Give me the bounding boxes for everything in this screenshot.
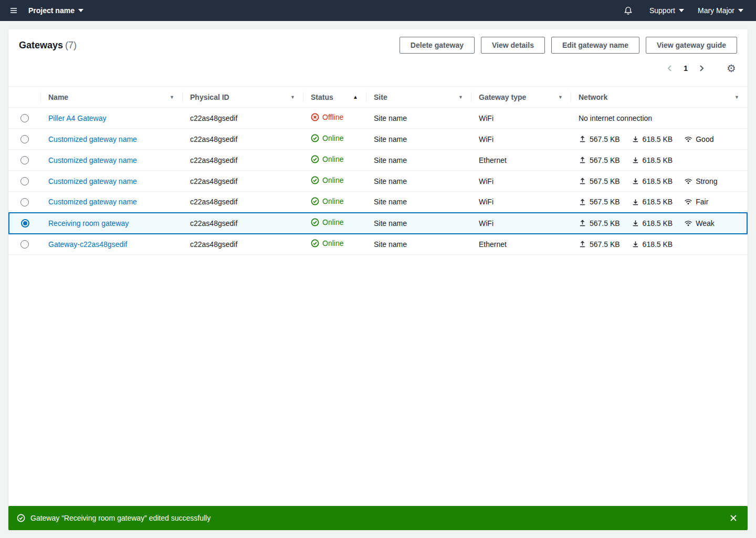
download-stat: 618.5 KB — [632, 177, 673, 185]
download-icon — [632, 177, 639, 185]
flash-close-icon[interactable] — [728, 512, 739, 524]
settings-gear-icon[interactable]: ⚙ — [726, 62, 737, 75]
table-row[interactable]: Customized gateway namec22as48gsedifOnli… — [9, 150, 747, 171]
column-label-status: Status — [311, 93, 333, 101]
sort-filter-icon[interactable]: ▼ — [734, 95, 739, 100]
gateway-name-link[interactable]: Customized gateway name — [48, 177, 137, 185]
network-cell: 567.5 KB618.5 KBStrong — [579, 177, 739, 185]
column-header-site[interactable]: Site▼ — [366, 87, 471, 108]
column-header-gateway-type[interactable]: Gateway type▼ — [471, 87, 571, 108]
page-title-text: Gateways — [19, 40, 63, 50]
sort-ascending-icon[interactable]: ▲ — [353, 94, 358, 100]
sort-filter-icon[interactable]: ▼ — [558, 95, 563, 100]
wifi-signal: Good — [684, 135, 713, 143]
menu-icon[interactable] — [6, 3, 21, 18]
support-label: Support — [649, 6, 675, 15]
column-header-physical-id[interactable]: Physical ID▼ — [182, 87, 303, 108]
gateway-type-cell: WiFi — [471, 213, 571, 234]
download-icon — [632, 219, 639, 227]
user-name-label: Mary Major — [698, 6, 734, 15]
gateway-name-link[interactable]: Gateway-c22as48gsedif — [48, 240, 127, 249]
download-stat: 618.5 KB — [632, 135, 673, 143]
user-menu[interactable]: Mary Major — [698, 6, 743, 15]
upload-stat: 567.5 KB — [579, 156, 620, 164]
caret-down-icon — [78, 9, 83, 12]
row-select-radio[interactable] — [20, 135, 29, 143]
view-details-button[interactable]: View details — [481, 37, 545, 54]
physical-id-cell: c22as48gsedif — [182, 129, 303, 150]
wifi-signal-label: Strong — [696, 177, 717, 185]
row-select-radio[interactable] — [20, 198, 29, 206]
column-header-network[interactable]: Network▼ — [571, 87, 747, 108]
status-online-icon — [311, 218, 319, 226]
upload-value: 567.5 KB — [590, 177, 620, 185]
next-page-button[interactable] — [695, 62, 708, 75]
row-select-radio[interactable] — [20, 240, 29, 249]
table-row[interactable]: Gateway-c22as48gsedifc22as48gsedifOnline… — [9, 234, 747, 255]
physical-id-cell: c22as48gsedif — [182, 213, 303, 234]
wifi-signal-label: Fair — [696, 198, 708, 206]
status-online: Online — [311, 218, 343, 226]
download-icon — [632, 135, 639, 143]
download-value: 618.5 KB — [643, 198, 673, 206]
gateways-panel: Gateways(7) Delete gateway View details … — [8, 29, 748, 530]
upload-icon — [579, 198, 586, 206]
wifi-icon — [684, 135, 692, 143]
table-row[interactable]: Customized gateway namec22as48gsedifOnli… — [9, 171, 747, 192]
support-menu[interactable]: Support — [649, 6, 684, 15]
table-row[interactable]: Piller A4 Gatewayc22as48gsedifOfflineSit… — [9, 108, 747, 129]
status-label: Online — [322, 134, 343, 142]
column-label-network: Network — [579, 93, 607, 101]
status-online-icon — [311, 176, 319, 184]
sort-filter-icon[interactable]: ▼ — [290, 95, 295, 100]
edit-gateway-name-button[interactable]: Edit gateway name — [551, 37, 639, 54]
column-header-name[interactable]: Name▼ — [40, 87, 182, 108]
gateway-count: (7) — [65, 40, 77, 50]
site-cell: Site name — [366, 150, 471, 171]
row-select-radio[interactable] — [20, 114, 29, 122]
success-check-icon — [17, 514, 25, 522]
status-label: Online — [322, 197, 343, 205]
network-cell: 567.5 KB618.5 KB — [579, 240, 739, 249]
upload-stat: 567.5 KB — [579, 177, 620, 185]
column-label-physical-id: Physical ID — [190, 93, 229, 101]
table-row[interactable]: Customized gateway namec22as48gsedifOnli… — [9, 129, 747, 150]
row-select-radio[interactable] — [21, 219, 29, 227]
upload-icon — [579, 156, 586, 164]
row-select-radio[interactable] — [20, 177, 29, 185]
gateway-name-link[interactable]: Piller A4 Gateway — [48, 114, 107, 122]
gateway-name-link[interactable]: Customized gateway name — [48, 198, 137, 206]
physical-id-cell: c22as48gsedif — [182, 171, 303, 192]
sort-filter-icon[interactable]: ▼ — [458, 95, 463, 100]
network-cell: 567.5 KB618.5 KBFair — [579, 198, 739, 206]
header-actions: Delete gateway View details Edit gateway… — [400, 37, 737, 54]
gateway-type-cell: Ethernet — [471, 150, 571, 171]
table-row[interactable]: Customized gateway namec22as48gsedifOnli… — [9, 192, 747, 213]
upload-value: 567.5 KB — [590, 156, 620, 164]
sort-filter-icon[interactable]: ▼ — [170, 95, 174, 100]
upload-icon — [579, 135, 586, 143]
status-offline: Offline — [311, 113, 343, 121]
status-label: Online — [322, 239, 343, 247]
wifi-signal-label: Weak — [696, 219, 715, 227]
gateway-name-link[interactable]: Receiving room gateway — [48, 219, 129, 227]
gateway-name-link[interactable]: Customized gateway name — [48, 156, 137, 164]
table-row[interactable]: Receiving room gatewayc22as48gsedifOnlin… — [9, 213, 747, 234]
download-stat: 618.5 KB — [632, 198, 673, 206]
notifications-bell-icon[interactable] — [621, 3, 636, 18]
column-header-status[interactable]: Status▲ — [303, 87, 366, 108]
view-gateway-guide-button[interactable]: View gateway guide — [646, 37, 737, 54]
physical-id-cell: c22as48gsedif — [182, 192, 303, 213]
project-name-menu[interactable]: Project name — [28, 6, 83, 15]
current-page-number[interactable]: 1 — [678, 64, 693, 73]
previous-page-button[interactable] — [664, 62, 676, 75]
gateway-name-link[interactable]: Customized gateway name — [48, 135, 137, 143]
upload-value: 567.5 KB — [590, 135, 620, 143]
download-icon — [632, 198, 639, 206]
physical-id-cell: c22as48gsedif — [182, 234, 303, 255]
delete-gateway-button[interactable]: Delete gateway — [400, 37, 475, 54]
download-stat: 618.5 KB — [632, 219, 673, 227]
site-cell: Site name — [366, 108, 471, 129]
row-select-radio[interactable] — [20, 156, 29, 164]
status-online: Online — [311, 155, 343, 163]
